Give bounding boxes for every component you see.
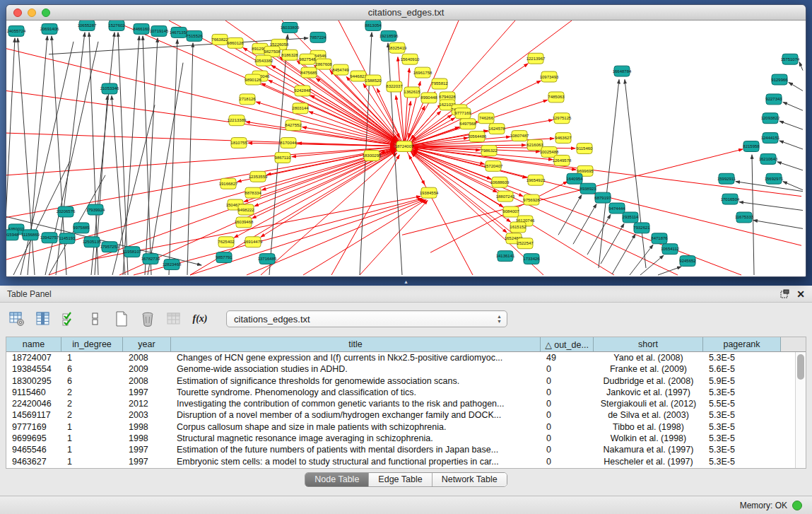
cell-year[interactable]: 2008 [123, 352, 171, 363]
graph-node[interactable]: 17939924 [86, 204, 105, 215]
cell-title[interactable]: Genome-wide association studies in ADHD. [171, 363, 541, 375]
graph-node[interactable]: 12975125 [553, 113, 572, 124]
cell-name[interactable]: 19384554 [6, 363, 61, 375]
cell-title[interactable]: Tourette syndrome. Phenomenology and cla… [171, 387, 541, 398]
graph-node[interactable]: 9867110 [275, 152, 292, 163]
cell-name[interactable]: 9115460 [6, 387, 61, 398]
graph-node[interactable]: 16039468 [235, 217, 254, 228]
graph-node[interactable]: 8878334 [245, 187, 261, 198]
column-header-year[interactable]: year [123, 337, 171, 352]
column-header-out_de[interactable]: △ out_de... [541, 337, 594, 352]
graph-node[interactable]: 12213389 [228, 115, 247, 126]
graph-node[interactable]: 16210643 [759, 153, 778, 164]
graph-edge-red[interactable] [398, 57, 404, 146]
cell-title[interactable]: Estimation of significance thresholds fo… [171, 375, 541, 387]
graph-node[interactable]: 2935114 [623, 212, 640, 223]
function-builder-button[interactable]: f(x) [190, 309, 210, 329]
graph-node[interactable]: 20206576 [57, 206, 76, 217]
graph-edge-black[interactable] [169, 40, 177, 275]
float-panel-icon[interactable] [780, 289, 789, 298]
tab-network-table[interactable]: Network Table [433, 473, 507, 486]
network-selector-dropdown[interactable]: citations_edges.txt ▲▼ [226, 310, 507, 327]
graph-node[interactable]: 8475685 [300, 67, 317, 78]
graph-node[interactable]: 8215958 [743, 141, 760, 152]
graph-edge-red[interactable] [404, 69, 409, 146]
graph-node[interactable]: 11958107 [123, 247, 142, 257]
row-height-button[interactable] [86, 309, 105, 329]
graph-node[interactable]: 8813054 [365, 21, 382, 30]
graph-node[interactable]: 16782739 [141, 254, 160, 264]
cell-in[interactable]: 1 [61, 456, 123, 467]
cell-out[interactable]: 0 [541, 398, 594, 409]
cell-title[interactable]: Structural magnetic resonance image aver… [171, 433, 541, 444]
cell-pr[interactable]: 5.3E-5 [703, 409, 781, 421]
graph-node[interactable]: 20691406 [40, 23, 59, 34]
graph-edge-black[interactable] [601, 223, 624, 264]
column-header-title[interactable]: title [171, 337, 541, 352]
table-row[interactable]: 946554611997Estimation of the future num… [6, 444, 806, 455]
graph-node[interactable]: 24055724 [7, 25, 26, 36]
graph-node[interactable]: 9975885 [73, 223, 90, 233]
graph-node[interactable]: 13942757 [40, 233, 59, 243]
cell-short[interactable]: Jankovic et al. (1997) [594, 387, 703, 398]
cell-in[interactable]: 1 [61, 433, 123, 444]
graph-node[interactable]: 19654923 [526, 175, 546, 185]
graph-node[interactable]: 9227343 [765, 94, 782, 105]
graph-edge-black[interactable] [630, 245, 653, 275]
cell-in[interactable]: 2 [61, 398, 123, 409]
graph-node[interactable]: 9756928 [523, 194, 540, 205]
graph-node[interactable]: 15992911 [717, 173, 736, 184]
cell-out[interactable]: 0 [541, 375, 594, 387]
graph-node[interactable]: 10688609 [490, 177, 510, 187]
window-titlebar[interactable]: citations_edges.txt [6, 5, 806, 21]
graph-node[interactable]: 8170044 [280, 138, 297, 148]
graph-edge-black[interactable] [612, 234, 635, 274]
graph-node[interactable]: 9129966 [771, 74, 788, 85]
cell-year[interactable]: 2008 [123, 375, 171, 387]
graph-node[interactable]: 10719145 [150, 25, 169, 36]
cell-in[interactable]: 2 [61, 409, 123, 421]
graph-node[interactable]: 18807243 [496, 191, 515, 201]
graph-node[interactable]: 10655287 [78, 21, 97, 30]
cell-pr[interactable]: 5.3E-5 [703, 352, 781, 363]
graph-edge-red[interactable] [246, 122, 404, 146]
graph-node[interactable]: 19166827 [219, 178, 238, 189]
cell-title[interactable]: Estimation of the future numbers of pati… [171, 444, 541, 455]
graph-node[interactable]: 20564486 [468, 132, 487, 142]
cell-short[interactable]: Franke et al. (2009) [594, 363, 703, 375]
cell-title[interactable]: Disruption of a novel member of a sodium… [171, 409, 541, 421]
graph-node[interactable]: 1624578 [488, 124, 505, 134]
graph-node[interactable]: 18724007 [395, 141, 414, 152]
graph-node[interactable]: 7986322 [481, 146, 498, 156]
graph-edge-black[interactable] [558, 195, 582, 235]
graph-node[interactable]: 8990448 [420, 93, 437, 103]
select-checks-button[interactable] [59, 309, 79, 329]
graph-node[interactable]: 10807487 [510, 131, 529, 141]
cell-year[interactable]: 2009 [123, 363, 171, 375]
graph-edge-red[interactable] [6, 49, 394, 144]
graph-node[interactable]: 9827548 [299, 54, 316, 64]
graph-node[interactable]: 1810755 [230, 138, 247, 148]
graph-edge-black[interactable] [799, 62, 803, 71]
graph-node[interactable]: 9498222 [237, 204, 254, 215]
graph-node[interactable]: 1588520 [365, 75, 382, 86]
column-header-name[interactable]: name [6, 337, 61, 352]
graph-node[interactable]: 12444151 [761, 133, 780, 144]
table-vertical-scrollbar[interactable] [795, 352, 806, 468]
graph-node[interactable]: 16648784 [613, 66, 632, 76]
graph-edge-black[interactable] [789, 83, 803, 91]
graph-node[interactable]: 7932621 [633, 223, 650, 233]
graph-node[interactable]: 19218596 [379, 30, 399, 41]
scrollbar-thumb[interactable] [797, 354, 804, 380]
graph-node[interactable]: 9245652 [679, 256, 696, 267]
cell-short[interactable]: Hescheler et al. (1997) [594, 456, 703, 467]
table-row[interactable]: 1872400712008Changes of HCN gene express… [6, 352, 806, 363]
cell-out[interactable]: 0 [541, 444, 594, 455]
graph-node[interactable]: 8938923 [579, 183, 596, 194]
graph-node[interactable]: 2522547 [517, 238, 534, 249]
cell-name[interactable]: 9777169 [6, 421, 61, 433]
cell-year[interactable]: 1998 [123, 421, 171, 433]
table-row[interactable]: 977716911998Corpus callosum shape and si… [6, 421, 806, 433]
graph-node[interactable]: 18300295 [363, 150, 382, 160]
cell-title[interactable]: Investigating the contribution of common… [171, 398, 541, 409]
